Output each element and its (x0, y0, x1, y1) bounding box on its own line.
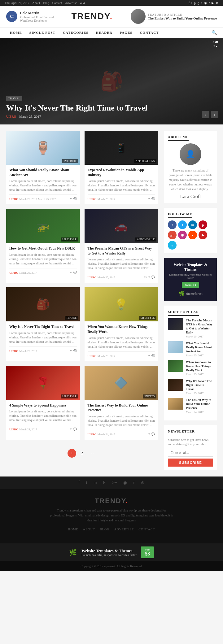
article-image-things-work: 💡 LIFESTYLE (85, 287, 158, 321)
hero-prev-arrow[interactable]: ‹ (202, 111, 209, 118)
article-category-dslr: LIFESTYLE (61, 237, 78, 242)
nav-pages[interactable]: PAGES (116, 28, 136, 37)
comment-icon-ancient-art[interactable]: 💬 (73, 197, 77, 200)
hero-meta: UIPRO March 25, 2017 (6, 115, 204, 118)
comment-icon-happiness[interactable]: 💬 (73, 428, 77, 431)
facebook-icon[interactable]: f (168, 220, 177, 229)
article-footer-happiness: UIPRO March 24, 2017 ♥ 💬 (9, 425, 77, 432)
comment-icon-porsche[interactable]: 💬 (151, 276, 155, 279)
comment-icon-online-presence[interactable]: 💬 (151, 433, 155, 436)
footer-nav-blog[interactable]: BLOG (100, 528, 109, 531)
nav-categories[interactable]: CATEGORIES (59, 28, 92, 37)
article-title-travel[interactable]: Why It's Never The Right Time to Travel (9, 324, 77, 329)
comment-icon-dslr[interactable]: 💬 (73, 271, 77, 274)
topbar-ig-icon[interactable]: ◉ (204, 1, 207, 5)
reddit-icon[interactable]: r (188, 231, 197, 239)
topbar-rd-icon[interactable]: r (209, 1, 210, 5)
heart-icon-ancient-art[interactable]: ♥ (70, 197, 72, 200)
linkedin-icon[interactable]: in (188, 220, 197, 229)
mp-title-1[interactable]: What You Should Really Know About Ancien… (186, 341, 213, 353)
featured-label: Featured Article (148, 13, 217, 16)
footer-instagram-icon[interactable]: ◉ (123, 480, 127, 485)
mp-title-0[interactable]: The Porsche Macan GTS is a Great Way to … (186, 318, 213, 334)
footer-ad-price-amount: $3 (145, 551, 150, 557)
article-meta-dslr: UIPRO March 25, 2017 (9, 270, 37, 275)
mp-info-4: The Easiest Way to Build Your Online Pre… (186, 398, 213, 414)
page-dots[interactable]: → (88, 449, 97, 458)
footer-github-icon[interactable]: ⊗ (141, 480, 145, 485)
instagram-icon[interactable]: ◉ (178, 231, 187, 239)
footer-nav-advertise[interactable]: ADVERTISE (114, 528, 134, 531)
top-bar-advertise[interactable]: Advertise (65, 1, 77, 5)
comment-icon-things-work[interactable]: 💬 (151, 354, 155, 357)
pinterest-icon[interactable]: p (199, 220, 207, 229)
topbar-pinterest-icon[interactable]: p (194, 1, 196, 5)
hero-section: 0 💬 7 ♥ TRAVEL Why It's Never The Right … (0, 38, 223, 124)
footer-ad-banner[interactable]: 🌿 Website Templates & Themes Launch beau… (0, 543, 223, 561)
article-meta-ancient-art: UIPRO March 25, 2017 March 25, 2017 (9, 196, 56, 201)
article-title-dslr[interactable]: How to Get Most Out of Your New DSLR (9, 246, 77, 251)
topbar-yt-icon[interactable]: ▶ (212, 1, 214, 5)
heart-icon-things-work[interactable]: ♥ (148, 354, 150, 357)
heart-icon-mobile-app[interactable]: ♥ (148, 197, 150, 200)
newsletter-email-input[interactable] (168, 449, 213, 457)
comment-icon-travel[interactable]: 💬 (73, 349, 77, 352)
article-title-happiness[interactable]: 4 Simple Ways to Spread Happiness (9, 403, 77, 408)
heart-icon-happiness[interactable]: ♥ (70, 428, 72, 431)
search-icon[interactable]: 🔍 (212, 30, 217, 35)
top-bar-contact[interactable]: Contact (52, 1, 62, 5)
top-bar-404[interactable]: 404 (80, 1, 85, 5)
footer-twitter-icon[interactable]: t (86, 480, 87, 485)
twitter-icon[interactable]: t (178, 220, 187, 229)
top-bar-about[interactable]: About (32, 1, 40, 5)
nav-single-post[interactable]: SINGLE POST (26, 28, 59, 37)
author-title: Professional Front End and (20, 15, 54, 19)
article-title-things-work[interactable]: When You Want to Know How Things Really … (88, 324, 155, 334)
footer-ad-text: Website Templates & Themes Launch beauti… (81, 548, 136, 557)
nav-home[interactable]: HOME (6, 28, 26, 37)
footer-reddit-icon[interactable]: r (133, 480, 135, 485)
mp-title-2[interactable]: When You Want to Know How Things Really … (186, 360, 213, 372)
nav-contact[interactable]: CONTACT (136, 28, 162, 37)
topbar-twitter-icon[interactable]: t (191, 1, 192, 5)
vimeo-icon[interactable]: v (168, 241, 177, 250)
article-title-porsche[interactable]: The Porsche Macan GTS is a Great Way to … (88, 246, 155, 256)
article-category-happiness: LIFESTYLE (61, 394, 78, 398)
youtube-icon[interactable]: ▶ (199, 231, 207, 239)
gplus-icon[interactable]: g+ (168, 231, 177, 239)
heart-icon-porsche[interactable]: ♥ (148, 276, 150, 279)
footer-linkedin-icon[interactable]: in (94, 480, 97, 485)
footer-nav-home[interactable]: HOME (68, 528, 78, 531)
mp-title-3[interactable]: Why It's Never The Right Time to Travel (186, 379, 213, 391)
themeforest-ad[interactable]: Website Templates & Themes Launch beauti… (164, 258, 217, 301)
footer-nav-about[interactable]: ABOUT (83, 528, 95, 531)
footer-nav-contact[interactable]: CONTACT (138, 528, 155, 531)
footer-facebook-icon[interactable]: f (78, 480, 80, 485)
site-logo[interactable]: TRENDY. (71, 11, 113, 21)
article-category-travel: TRAVEL (65, 316, 78, 320)
top-bar-blog[interactable]: Blog (43, 1, 49, 5)
topbar-gplus-icon[interactable]: g (198, 1, 199, 5)
article-footer-things-work: UIPRO March 25, 2017 ♥ 💬 (88, 351, 155, 358)
topbar-sc-icon[interactable]: s (201, 1, 202, 5)
footer-social-bar: f t in P G+ ◉ r ⊗ (0, 476, 223, 489)
heart-icon-online-presence[interactable]: ♥ (148, 433, 150, 436)
footer-logo-dot: . (126, 497, 128, 505)
footer-gplus-icon[interactable]: G+ (112, 480, 117, 485)
topbar-facebook-icon[interactable]: f (189, 1, 190, 5)
page-1[interactable]: 1 (68, 449, 76, 458)
page-2[interactable]: 2 (78, 449, 86, 458)
topbar-github-icon[interactable]: ⊗ (216, 1, 218, 5)
article-title-mobile-app[interactable]: Expected Revolution in Mobile App Indust… (88, 168, 155, 177)
article-title-online-presence[interactable]: The Easiest Way to Build Your Online Pre… (88, 403, 155, 413)
heart-icon-dslr[interactable]: ♥ (70, 271, 72, 274)
article-title-ancient-art[interactable]: What You Should Really Know About Ancien… (9, 168, 77, 177)
nav-header[interactable]: HEADER (92, 28, 116, 37)
copyright-text: Copyright © 2017 uipro.net. All Rights R… (81, 564, 142, 568)
heart-icon-travel[interactable]: ♥ (70, 349, 72, 352)
hero-next-arrow[interactable]: › (211, 111, 218, 118)
newsletter-subscribe-button[interactable]: SUBSCRIBE (168, 459, 213, 467)
mp-title-4[interactable]: The Easiest Way to Build Your Online Pre… (186, 398, 213, 410)
footer-pinterest-icon[interactable]: P (103, 480, 105, 485)
comment-icon-mobile-app[interactable]: 💬 (151, 197, 155, 200)
